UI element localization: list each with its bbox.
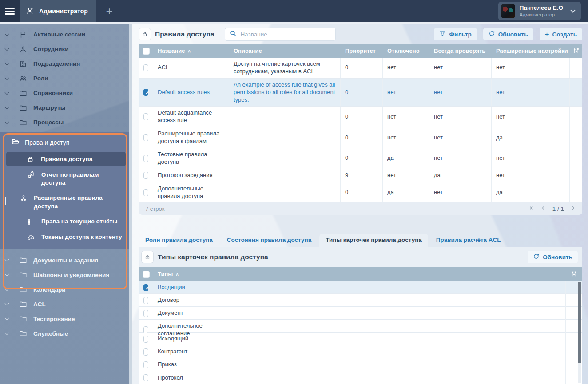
sidebar-item-employees[interactable]: Сотрудники xyxy=(0,42,132,56)
sidebar-item-testing[interactable]: Тестирование xyxy=(0,312,132,326)
row-checkbox[interactable] xyxy=(143,361,148,368)
table-row-selected[interactable]: Default access rules An example of acces… xyxy=(139,79,582,107)
sidebar-item-documents-tasks[interactable]: Документы и задания xyxy=(0,253,132,268)
tab-states[interactable]: Состояния правила доступа xyxy=(221,234,318,247)
column-header-name[interactable]: Название∧ xyxy=(153,44,229,58)
new-tab-button[interactable]: + xyxy=(96,0,123,22)
table-row[interactable]: Дополнительные правила доступа 0 да нет … xyxy=(139,182,582,203)
sidebar-item-processes[interactable]: Процессы xyxy=(0,115,132,130)
sidebar-navigation: Активные сессии Сотрудники Подразделения… xyxy=(0,24,132,384)
table-row[interactable]: Протокол заседания 9 нет да нет xyxy=(139,169,582,182)
sidebar-scrollbar[interactable] xyxy=(129,24,132,384)
table-row[interactable]: Приказ xyxy=(139,358,582,371)
user-menu[interactable]: Пантелеев Е.О Администратор xyxy=(498,2,581,20)
select-all-checkbox[interactable] xyxy=(143,48,150,55)
lock-icon xyxy=(142,251,153,263)
column-header-disabled[interactable]: Отключено xyxy=(383,44,429,58)
sidebar-item-routes[interactable]: Маршруты xyxy=(0,100,132,115)
chevron-down-icon xyxy=(5,90,9,95)
refresh-icon xyxy=(533,253,540,261)
chevron-down-icon xyxy=(5,272,9,277)
table-row[interactable]: Default acquaintance access rule 0 нет н… xyxy=(139,107,582,127)
search-input[interactable] xyxy=(240,31,331,38)
column-header-types[interactable]: Типы∧ xyxy=(153,267,235,281)
column-header-advanced[interactable]: Расширенные настройки xyxy=(492,44,570,58)
row-checkbox[interactable] xyxy=(143,310,148,317)
sidebar-item-roles[interactable]: Роли xyxy=(0,71,132,86)
sidebar-item-templates-notifications[interactable]: Шаблоны и уведомления xyxy=(0,268,132,282)
select-all-checkbox[interactable] xyxy=(143,271,150,278)
sidebar-item-calendars[interactable]: Календари xyxy=(0,282,132,297)
sidebar-item-service[interactable]: Служебные xyxy=(0,326,132,341)
row-checkbox[interactable] xyxy=(143,172,148,179)
first-page-button[interactable] xyxy=(528,205,534,212)
row-checkbox[interactable] xyxy=(143,374,148,381)
folder-icon xyxy=(19,104,28,112)
table-row[interactable]: Тестовые правила доступа 0 да нет нет xyxy=(139,148,582,169)
table-scrollbar[interactable] xyxy=(578,282,581,383)
row-checkbox[interactable] xyxy=(143,326,148,333)
column-settings-button[interactable] xyxy=(566,267,582,281)
refresh-button[interactable]: Обновить xyxy=(483,28,533,40)
row-checkbox-checked[interactable] xyxy=(143,89,148,96)
sidebar-item-content-access-tokens[interactable]: Токены доступа к контенту xyxy=(0,230,132,245)
sidebar-item-directories[interactable]: Справочники xyxy=(0,86,132,100)
row-checkbox[interactable] xyxy=(143,297,148,304)
row-checkbox[interactable] xyxy=(143,64,148,71)
sidebar-item-current-reports-rights[interactable]: Права на текущие отчёты xyxy=(0,214,132,230)
user-role: Администратор xyxy=(520,12,563,18)
scrollbar-thumb[interactable] xyxy=(578,282,581,363)
sidebar-item-advanced-access-rules[interactable]: Расширенные правила доступа xyxy=(0,190,132,214)
refresh-button-bottom[interactable]: Обновить xyxy=(528,251,578,263)
folder-icon xyxy=(19,300,28,308)
chevron-down-icon xyxy=(5,257,9,262)
column-header-description[interactable]: Описание xyxy=(229,44,341,58)
filter-button[interactable]: Фильтр xyxy=(434,28,477,40)
search-icon xyxy=(230,30,237,39)
column-header-always-check[interactable]: Всегда проверять xyxy=(429,44,492,58)
tab-acl-calc-rules[interactable]: Правила расчёта ACL xyxy=(430,234,507,247)
page-indicator: 1 / 1 xyxy=(552,206,564,212)
search-box xyxy=(225,28,336,41)
row-checkbox[interactable] xyxy=(143,189,148,196)
table-row[interactable]: Протокол xyxy=(139,371,582,384)
chevron-down-icon xyxy=(5,61,9,65)
row-checkbox[interactable] xyxy=(143,348,148,356)
table-row[interactable]: ACL Доступ на чтение карточек всем сотру… xyxy=(139,58,582,79)
user-name: Пантелеев Е.О xyxy=(520,4,563,12)
sort-asc-icon: ∧ xyxy=(175,272,179,277)
tab-administrator[interactable]: Администратор xyxy=(20,0,96,22)
sidebar-item-acl[interactable]: ACL xyxy=(0,297,132,312)
person-icon xyxy=(19,45,28,53)
column-header-priority[interactable]: Приоритет xyxy=(341,44,383,58)
row-checkbox[interactable] xyxy=(143,113,148,120)
table-row[interactable]: Договор xyxy=(139,294,582,307)
row-checkbox[interactable] xyxy=(143,134,148,141)
sidebar-item-departments[interactable]: Подразделения xyxy=(0,56,132,71)
tab-card-types-active[interactable]: Типы карточек правила доступа xyxy=(319,234,428,247)
table-row[interactable]: Дополнительное соглашение xyxy=(139,320,582,333)
row-checkbox[interactable] xyxy=(143,155,148,162)
table-row-selected[interactable]: Входящий xyxy=(139,281,582,294)
folder-icon xyxy=(19,329,28,337)
row-checkbox-checked[interactable] xyxy=(143,284,148,291)
table-row[interactable]: Исходящий xyxy=(139,333,582,345)
prev-page-button[interactable] xyxy=(540,205,546,212)
table-row[interactable]: Документ xyxy=(139,307,582,320)
create-button[interactable]: + Создать xyxy=(540,28,582,40)
card-types-table: Типы∧ Входящий Договор xyxy=(139,267,582,384)
sidebar-item-access-rules-report[interactable]: Отчет по правилам доступа xyxy=(0,167,132,190)
hamburger-menu-button[interactable] xyxy=(0,0,20,22)
row-checkbox[interactable] xyxy=(143,336,148,343)
plus-icon: + xyxy=(545,31,549,38)
sidebar-item-active-sessions[interactable]: Активные сессии xyxy=(0,27,132,42)
column-settings-button[interactable] xyxy=(570,44,582,58)
panel-title: Типы карточек правила доступа xyxy=(158,253,268,261)
table-row[interactable]: Контрагент xyxy=(139,345,582,358)
sidebar-item-access-rules-selected[interactable]: Правила доступа xyxy=(6,152,126,166)
next-page-button[interactable] xyxy=(570,205,576,212)
tab-roles[interactable]: Роли правила доступа xyxy=(139,234,219,247)
chevron-down-icon xyxy=(5,46,9,51)
table-row[interactable]: Расширенные правила доступа к файлам 0 н… xyxy=(139,127,582,148)
sidebar-item-rights-and-access[interactable]: Права и доступ xyxy=(0,135,132,150)
